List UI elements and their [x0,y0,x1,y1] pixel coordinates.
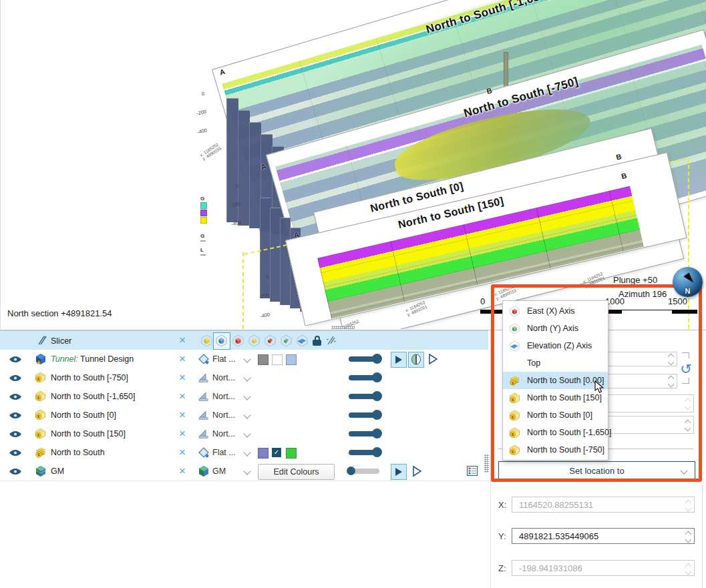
visibility-eye-icon[interactable] [9,449,22,457]
slice-mode-blue-cube-icon[interactable] [215,334,228,347]
compass-north-label: N [685,287,691,295]
remove-layer-button[interactable]: × [176,352,188,366]
spinner-control [685,500,691,511]
remove-layer-button[interactable]: × [176,427,188,440]
opacity-slider[interactable] [349,450,379,455]
render-play-button[interactable] [391,464,407,480]
chevron-down-icon[interactable] [243,467,250,475]
edit-colours-button[interactable]: Edit Colours [258,464,335,480]
section-cube-icon: s [35,428,47,440]
render-outline-play-button[interactable] [427,353,439,365]
flip-section-button[interactable] [408,352,424,368]
z-coord-label: Z: [498,563,506,573]
layer-row-gm[interactable]: GM × GM Edit Colours [0,462,488,481]
colour-swatch-blue[interactable] [286,354,297,365]
sections-stack-icon: s [509,375,520,386]
shader-select-value[interactable]: GM [212,467,242,476]
vertical-splitter-handle[interactable] [484,455,489,473]
opacity-slider[interactable] [349,431,379,436]
menu-item-top[interactable]: Top [503,354,608,372]
visibility-eye-icon[interactable] [9,392,22,401]
chevron-down-icon[interactable] [243,374,250,381]
render-play-button[interactable] [391,352,407,368]
menu-item-north-y-axis[interactable]: North (Y) Axis [503,320,608,337]
spinner-control[interactable] [685,531,691,543]
colour-swatch-white[interactable] [272,354,283,365]
remove-slicer-button[interactable]: × [176,334,188,347]
menu-item-north-to-south-150[interactable]: s North to South [150] [503,389,608,406]
opacity-slider[interactable] [349,375,379,380]
colour-swatch-purple[interactable] [258,448,269,459]
section1-coord-annotation: x: 1165252y: 4890033 [199,141,222,161]
remove-layer-button[interactable]: × [176,390,188,403]
slice-mode-thick-slice-icon[interactable] [296,334,309,347]
slicer-header-row[interactable]: Slicer × [0,330,488,351]
menu-item-north-to-south-minus-750[interactable]: s North to South [-750] [503,441,608,459]
layer-row-n2s-stack[interactable]: s North to South × Flat ... ✓ [0,443,488,463]
slice-mode-red-cube-icon[interactable] [232,334,244,347]
menu-item-north-to-south-minus-1650[interactable]: s North to South [-1,650] [503,424,608,441]
slice-mode-red-half-icon[interactable] [264,334,277,347]
layer-row-tunnel[interactable]: Tunnel: Tunnel Design × Flat ... [0,350,488,369]
colour-swatch-grey[interactable] [258,354,269,365]
visibility-eye-icon[interactable] [9,374,22,382]
slice-mode-yellow-cube-icon[interactable] [200,334,213,347]
layer-label: North to South [0] [51,410,116,420]
remove-layer-button[interactable]: × [176,465,188,478]
slicer-boundary-left [242,252,244,329]
chevron-down-icon[interactable] [243,355,250,362]
layer-row-n2s-1650[interactable]: s North to South [-1,650] × Nort... [0,387,488,406]
visibility-eye-icon[interactable] [9,467,22,476]
shader-select-value[interactable]: Flat ... [212,448,242,457]
chevron-down-icon[interactable] [243,449,250,456]
colour-swatch-green[interactable] [286,448,297,459]
shader-select-value[interactable]: Nort... [212,373,242,382]
legend-group-label-3: L [200,247,207,253]
opacity-slider[interactable] [349,469,379,474]
opacity-slider[interactable] [349,412,379,418]
chevron-down-icon[interactable] [243,411,250,418]
menu-item-east-x-axis[interactable]: East (X) Axis [503,302,608,320]
y-coord-field[interactable] [512,528,695,544]
render-outline-play-button[interactable] [411,465,423,477]
opacity-slider[interactable] [349,394,379,399]
shader-select-value[interactable]: Nort... [212,410,242,420]
slice-objects-icon[interactable] [325,334,337,346]
scene-viewport[interactable]: North to South [-1,650] A 0 -200 -400 x:… [0,0,706,329]
lock-slicer-icon[interactable] [313,336,321,346]
chevron-down-icon[interactable] [243,392,250,400]
remove-layer-button[interactable]: × [176,408,188,422]
menu-item-north-to-south-0-00[interactable]: s North to South [0.00] [503,372,608,389]
layer-row-n2s-750[interactable]: s North to South [-750] × Nort... [0,368,488,388]
menu-item-north-to-south-0[interactable]: s North to South [0] [503,406,608,424]
visibility-eye-icon[interactable] [9,411,22,420]
section-shader-icon [198,390,210,402]
remove-layer-button[interactable]: × [176,446,188,459]
section-cube-icon: s [509,392,520,404]
shader-select-value[interactable]: Nort... [212,392,242,401]
checkbox-checked[interactable]: ✓ [272,448,281,457]
slicer-label: Slicer [51,336,71,346]
layer-row-n2s-150[interactable]: s North to South [150] × Nort... [0,424,488,444]
slice-mode-green-half-icon[interactable] [280,334,293,347]
layer-row-n2s-0[interactable]: s North to South [0] × Nort... [0,406,488,425]
shader-select-value[interactable]: Nort... [212,429,242,438]
shader-select-value[interactable]: Flat ... [212,354,242,364]
section-cube-icon: s [35,372,47,384]
menu-item-elevation-z-axis[interactable]: Elevation (Z) Axis [503,337,608,354]
opacity-slider[interactable] [349,356,379,362]
compass-orientation-ball[interactable]: N [673,267,703,297]
section-cube-icon: s [509,410,520,421]
layer-label: GM [51,467,64,476]
remove-layer-button[interactable]: × [176,371,188,384]
slice-mode-yellow-half-icon[interactable] [248,334,260,347]
viewport-legend: G G L [200,196,207,257]
mouse-cursor [594,380,605,394]
chevron-down-icon[interactable] [243,430,250,437]
east-x-axis-icon [509,306,520,317]
x-coord-field [512,497,695,513]
visibility-eye-icon[interactable] [9,430,22,438]
horizontal-splitter-handle[interactable] [331,326,355,329]
legend-list-icon[interactable] [467,466,478,476]
visibility-eye-icon[interactable] [9,355,22,364]
